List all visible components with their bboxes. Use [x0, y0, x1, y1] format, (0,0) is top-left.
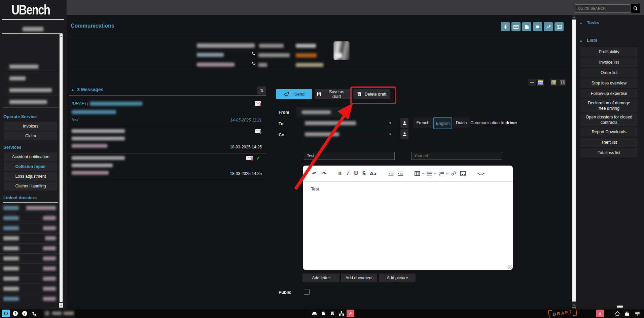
code-view-icon[interactable]: <> [477, 170, 485, 178]
save-as-draft-button[interactable]: Save as draft [315, 89, 351, 99]
sidebar-item-collision-repair[interactable]: Collision repair [4, 162, 57, 171]
vehicle-photo-thumbnail[interactable] [333, 41, 350, 60]
horizontal-scrollbar-thumb[interactable] [617, 306, 623, 308]
linked-dossier-row[interactable] [0, 294, 59, 304]
linked-dossier-row[interactable] [0, 284, 59, 294]
bullet-list-icon[interactable] [425, 170, 433, 178]
resize-handle[interactable] [508, 265, 512, 269]
list-item-stop-loss-overview[interactable]: Stop loss overview [580, 78, 638, 88]
to-contacts-button[interactable] [400, 118, 408, 128]
indent-icon[interactable] [396, 170, 404, 178]
list-item-follow-up-expertise[interactable]: Follow-up expertise [580, 89, 638, 98]
company-button[interactable] [329, 310, 336, 317]
help-button[interactable]: ? [11, 310, 19, 317]
sidebar-item-claim[interactable]: Claim [4, 132, 57, 140]
undo-icon[interactable]: ↶ [310, 170, 318, 178]
linked-dossier-row[interactable] [0, 223, 59, 234]
home-button[interactable] [613, 310, 621, 317]
vehicle-button[interactable] [311, 310, 318, 317]
subject-input[interactable] [304, 152, 395, 160]
sidebar-item-loss-adjustment[interactable]: Loss adjustment [4, 172, 57, 181]
italic-icon[interactable]: I [344, 170, 352, 178]
document-button[interactable] [522, 22, 531, 31]
linked-dossier-row[interactable] [0, 274, 59, 284]
sort-messages-button[interactable]: ⇅ [257, 86, 266, 95]
to-select[interactable]: ▾ [303, 118, 394, 128]
collapse-arrow-icon[interactable]: ▴ [580, 21, 582, 25]
insert-image-icon[interactable] [459, 170, 467, 178]
logout-button[interactable] [2, 310, 10, 317]
minimize-view-button[interactable] [528, 79, 536, 86]
documents-button[interactable] [320, 310, 327, 317]
table-icon[interactable] [413, 170, 421, 178]
list-item-declaration-damage-free[interactable]: Declaration of damage free driving [580, 99, 638, 112]
message-item[interactable]: 18-03-2025 14:25 [69, 127, 266, 152]
bullet-list-chevron-icon[interactable] [434, 173, 437, 175]
editor-text[interactable]: Test [311, 186, 319, 191]
scroll-down-icon[interactable]: ▼ [59, 303, 63, 308]
sidebar-scrollbar-thumb[interactable] [60, 34, 63, 302]
list-item-theft-list[interactable]: Theft list [580, 138, 638, 147]
font-style-icon[interactable]: Aa [368, 170, 378, 178]
ordered-list-chevron-icon[interactable] [446, 173, 449, 175]
sidebar-item-invoices[interactable]: Invoices [4, 122, 57, 131]
list-item-report-downloads[interactable]: Report Downloads [580, 127, 638, 137]
language-dutch-button[interactable]: Dutch [453, 117, 470, 128]
outdent-icon[interactable] [387, 170, 395, 178]
public-checkbox[interactable] [304, 289, 310, 295]
picture-button[interactable] [554, 22, 564, 31]
linked-dossier-row[interactable] [0, 263, 59, 274]
redacted-menu-item[interactable] [9, 100, 47, 104]
link-icon[interactable] [450, 170, 458, 178]
phone-button[interactable] [30, 310, 38, 317]
hash-button[interactable]: # [596, 310, 604, 317]
car-button[interactable] [533, 22, 542, 31]
rich-text-editor[interactable]: ↶ ↷ B I U S Aa 12 [303, 166, 513, 270]
grid-view-button[interactable] [550, 79, 558, 86]
linked-dossier-row[interactable] [0, 253, 59, 264]
settings-sliders-button[interactable] [633, 310, 641, 317]
search-button[interactable] [631, 4, 640, 13]
info-button[interactable]: i [21, 310, 29, 317]
send-button[interactable]: Send [276, 89, 312, 99]
sidebar-item-accident-notification[interactable]: Accident notification [4, 152, 57, 161]
redacted-dossier-id[interactable] [23, 27, 43, 31]
bold-icon[interactable]: B [336, 170, 344, 178]
redacted-menu-item[interactable] [9, 76, 26, 80]
table-chevron-icon[interactable] [422, 173, 425, 175]
ordered-list-icon[interactable]: 12 [437, 170, 445, 178]
redacted-menu-item[interactable] [9, 65, 38, 69]
quick-search-input[interactable] [575, 4, 630, 13]
linked-dossier-row[interactable] [0, 213, 59, 223]
add-picture-button[interactable]: Add picture [379, 274, 416, 282]
list-item-invoice-list[interactable]: Invoice list [580, 58, 638, 67]
underline-icon[interactable]: U [352, 170, 360, 178]
sitemap-button[interactable] [337, 310, 345, 317]
cc-contacts-button[interactable] [400, 129, 408, 139]
tools-button[interactable] [347, 310, 354, 317]
list-view-button[interactable] [537, 79, 544, 86]
chart-button[interactable] [544, 22, 553, 31]
user-session-button[interactable] [43, 309, 75, 318]
list-item-totalloss-list[interactable]: Totalloss list [580, 148, 638, 157]
redo-icon[interactable]: ↷ [320, 170, 328, 178]
linked-dossier-row[interactable] [0, 233, 59, 244]
scroll-up-icon[interactable]: ▲ [573, 16, 575, 19]
add-document-button[interactable]: Add document [341, 274, 377, 282]
collapse-arrow-icon[interactable]: ▴ [72, 87, 74, 92]
pin-button[interactable] [501, 22, 510, 31]
message-item-draft[interactable]: [DRAFT] test 14-05-2025 11:21 [69, 98, 266, 126]
linked-dossier-row[interactable] [0, 203, 59, 213]
sidebar-item-claims-handling[interactable]: Claims Handling [4, 182, 57, 190]
add-letter-button[interactable]: Add letter [302, 274, 339, 282]
main-scrollbar-thumb[interactable] [572, 20, 576, 302]
language-french-button[interactable]: French [413, 117, 433, 128]
scroll-up-icon[interactable]: ▲ [60, 35, 62, 37]
list-item-order-list[interactable]: Order list [580, 68, 638, 77]
columns-view-button[interactable] [559, 79, 566, 86]
strikethrough-icon[interactable]: S [360, 170, 368, 178]
your-ref-input[interactable] [411, 152, 502, 160]
linked-dossier-row[interactable] [0, 243, 59, 254]
list-item-open-dossiers-closed-contracts[interactable]: Open dossiers for closed contracts [580, 113, 638, 127]
cc-select[interactable]: ▾ [303, 130, 394, 139]
